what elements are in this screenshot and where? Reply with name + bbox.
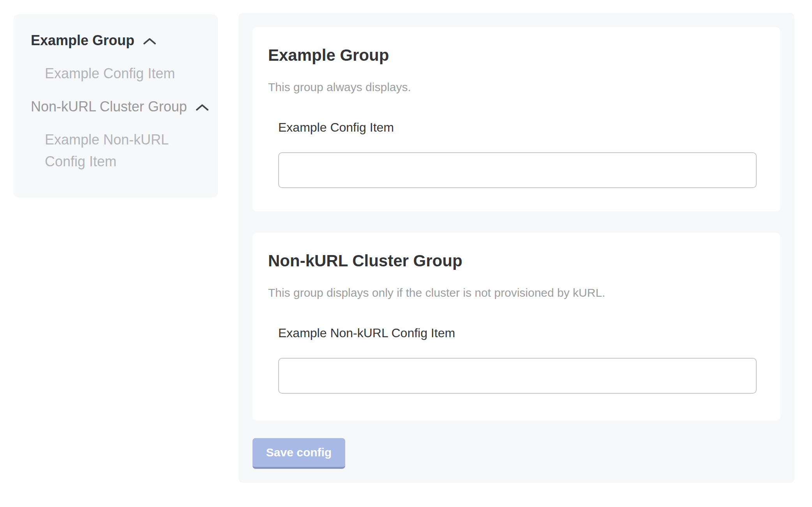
- config-group-card-example-group: Example Group This group always displays…: [252, 27, 780, 211]
- config-page: Example Group Example Config Item Non-kU…: [0, 0, 812, 507]
- chevron-up-icon[interactable]: [196, 104, 209, 111]
- chevron-up-icon[interactable]: [143, 38, 156, 45]
- config-item-label: Example Config Item: [278, 120, 765, 135]
- sidebar-group-non-kurl-cluster-group[interactable]: Non-kURL Cluster Group: [31, 96, 201, 117]
- config-group-card-non-kurl-cluster-group: Non-kURL Cluster Group This group displa…: [252, 233, 780, 421]
- sidebar-group-example-group[interactable]: Example Group: [31, 30, 201, 51]
- group-description: This group displays only if the cluster …: [268, 286, 765, 300]
- config-main-panel: Example Group This group always displays…: [238, 13, 794, 483]
- config-item-input-non-kurl[interactable]: [278, 358, 757, 394]
- group-title: Non-kURL Cluster Group: [268, 233, 765, 270]
- sidebar-group-label: Example Group: [31, 30, 134, 51]
- group-description: This group always displays.: [268, 80, 765, 94]
- config-item-input-example[interactable]: [278, 152, 757, 188]
- config-item-label: Example Non-kURL Config Item: [278, 326, 765, 340]
- sidebar-group-label: Non-kURL Cluster Group: [31, 96, 187, 117]
- config-nav-sidebar: Example Group Example Config Item Non-kU…: [14, 14, 218, 197]
- group-title: Example Group: [268, 27, 765, 65]
- sidebar-item-example-config-item[interactable]: Example Config Item: [45, 63, 193, 84]
- sidebar-item-example-non-kurl-config-item[interactable]: Example Non-kURL Config Item: [45, 129, 193, 173]
- save-config-button[interactable]: Save config: [252, 438, 345, 469]
